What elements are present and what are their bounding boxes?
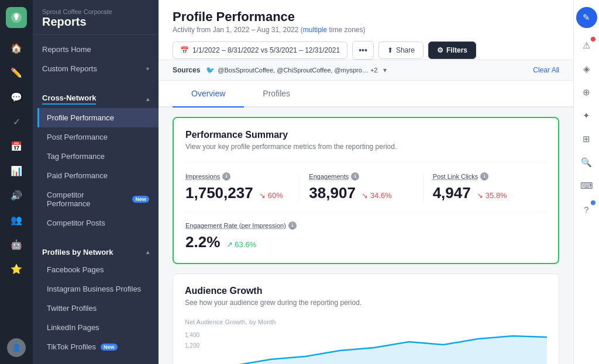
- chevron-down-icon: ▾: [146, 65, 149, 72]
- profiles-by-network-section: Profiles by Network ▴ Facebook Pages Ins…: [33, 237, 159, 361]
- clear-all-button[interactable]: Clear All: [533, 66, 559, 74]
- sidebar-item-tiktok-profiles[interactable]: TikTok Profiles New: [37, 337, 159, 356]
- audience-growth-title: Audience Growth: [185, 286, 547, 296]
- left-icon-rail: 🏠 ✏️ 💬 ✓ 📅 📊 🔊 👥 🤖 ⭐ 👤: [0, 0, 33, 364]
- tabs: Overview Profiles: [159, 81, 573, 108]
- engagement-rate-label: Engagement Rate (per Impression) i: [185, 221, 546, 230]
- sidebar-item-tag-performance[interactable]: Tag Performance: [37, 147, 159, 166]
- sidebar: Sprout Coffee Corporate Reports Reports …: [33, 0, 159, 364]
- sidebar-top-nav: Reports Home Custom Reports ▾: [33, 35, 159, 83]
- date-range-button[interactable]: 📅 1/1/2022 – 8/31/2022 vs 5/3/2021 – 12/…: [173, 41, 347, 59]
- sidebar-item-facebook-pages[interactable]: Facebook Pages: [37, 260, 159, 279]
- people-icon[interactable]: 👥: [6, 209, 27, 230]
- engagement-rate-info-icon[interactable]: i: [288, 221, 297, 230]
- link-icon[interactable]: ⊕: [576, 82, 597, 103]
- brand-company: Sprout Coffee Corporate: [42, 8, 149, 15]
- tiktok-new-badge: New: [101, 344, 118, 351]
- listening-icon[interactable]: 🔊: [6, 185, 27, 206]
- tab-profiles[interactable]: Profiles: [244, 81, 309, 108]
- publish-icon[interactable]: 📅: [6, 136, 27, 157]
- tasks-icon[interactable]: ✓: [6, 111, 27, 132]
- sidebar-item-paid-performance[interactable]: Paid Performance: [37, 166, 159, 185]
- ellipsis-icon: •••: [359, 46, 367, 55]
- impressions-info-icon[interactable]: i: [222, 172, 230, 181]
- performance-summary-subtitle: View your key profile performance metric…: [185, 143, 546, 151]
- grid-icon[interactable]: ⊞: [576, 129, 597, 150]
- filters-button[interactable]: ⚙ Filters: [428, 41, 476, 59]
- arrow-down-icon: [259, 191, 266, 200]
- sidebar-item-competitor-posts[interactable]: Competitor Posts: [37, 213, 159, 233]
- cross-network-items: Profile Performance Post Performance Tag…: [33, 108, 159, 233]
- toolbar: 📅 1/1/2022 – 8/31/2022 vs 5/3/2021 – 12/…: [173, 34, 559, 60]
- cross-network-section: Cross-Network ▴ Profile Performance Post…: [33, 83, 159, 237]
- search-icon[interactable]: 🔍: [576, 152, 597, 173]
- app-logo: [6, 7, 27, 28]
- network-items: Facebook Pages Instagram Business Profil…: [33, 260, 159, 356]
- metric-engagements: Engagements i 38,907 34.6%: [300, 172, 423, 202]
- performance-summary-title: Performance Summary: [185, 130, 546, 140]
- chart-container: 1,400 1,200: [185, 330, 547, 364]
- sidebar-item-twitter-profiles[interactable]: Twitter Profiles: [37, 299, 159, 318]
- engagements-value: 38,907 34.6%: [309, 184, 413, 202]
- share-button[interactable]: ⬆ Share: [378, 41, 424, 59]
- sidebar-item-post-performance[interactable]: Post Performance: [37, 127, 159, 147]
- post-link-clicks-value: 4,947 35.8%: [433, 184, 537, 202]
- compose-icon[interactable]: ✏️: [6, 62, 27, 83]
- content-area: Overview Profiles Performance Summary Vi…: [159, 81, 573, 364]
- profiles-by-network-header[interactable]: Profiles by Network ▴: [33, 242, 159, 260]
- analytics-icon[interactable]: 📊: [6, 160, 27, 181]
- chart-label: Net Audience Growth, by Month: [185, 318, 547, 325]
- sidebar-item-reports-home[interactable]: Reports Home: [33, 40, 159, 59]
- engagements-info-icon[interactable]: i: [351, 172, 359, 181]
- post-link-clicks-change: 35.8%: [477, 191, 507, 200]
- brand-header: Sprout Coffee Corporate Reports: [33, 0, 159, 35]
- page-subtitle: Activity from Jan 1, 2022 – Aug 31, 2022…: [173, 26, 559, 34]
- sidebar-item-instagram-business[interactable]: Instagram Business Profiles: [37, 279, 159, 299]
- sidebar-item-linkedin-pages[interactable]: LinkedIn Pages: [37, 318, 159, 337]
- help-icon[interactable]: ?: [576, 199, 597, 220]
- sources-chevron-icon[interactable]: ▾: [383, 66, 387, 74]
- chevron-up-icon: ▴: [146, 96, 149, 102]
- more-options-button[interactable]: •••: [352, 41, 374, 60]
- post-link-clicks-info-icon[interactable]: i: [480, 172, 488, 181]
- add-icon[interactable]: ✦: [576, 105, 597, 126]
- engagement-rate-change: 63.6%: [226, 240, 257, 249]
- audience-growth-subtitle: See how your audience grew during the re…: [185, 299, 547, 307]
- star-icon[interactable]: ⭐: [6, 258, 27, 279]
- twitter-icon: 🐦: [206, 66, 215, 74]
- sidebar-item-competitor-performance[interactable]: Competitor Performance New: [37, 185, 159, 213]
- main-content: Profile Performance Activity from Jan 1,…: [159, 0, 573, 364]
- chevron-up-icon-2: ▴: [146, 249, 149, 255]
- network-icon[interactable]: ◈: [576, 58, 597, 79]
- arrow-up-icon: [226, 240, 233, 249]
- cross-network-header[interactable]: Cross-Network ▴: [33, 88, 159, 108]
- help-dot: [591, 200, 595, 205]
- source-tag-text: @BosSproutCoffee, @ChiSproutCoffee, @mys…: [218, 67, 377, 74]
- page-title: Profile Performance: [173, 9, 559, 25]
- bot-icon[interactable]: 🤖: [6, 234, 27, 255]
- compose-cta-button[interactable]: ✎: [576, 7, 597, 28]
- keyboard-icon[interactable]: ⌨: [576, 175, 597, 196]
- engagements-change: 34.6%: [362, 191, 392, 200]
- chart-y-labels: 1,400 1,200: [185, 330, 199, 351]
- user-avatar[interactable]: 👤: [7, 338, 26, 357]
- post-link-clicks-label: Post Link Clicks i: [433, 172, 537, 181]
- home-icon[interactable]: 🏠: [6, 37, 27, 58]
- alert-icon[interactable]: ⚠: [576, 35, 597, 56]
- messages-icon[interactable]: 💬: [6, 86, 27, 108]
- sources-bar: Sources 🐦 @BosSproutCoffee, @ChiSproutCo…: [159, 60, 573, 81]
- chart-area: [202, 330, 547, 364]
- share-icon: ⬆: [387, 46, 393, 54]
- timezone-link[interactable]: multiple: [303, 26, 327, 34]
- alert-dot: [591, 37, 595, 41]
- sources-label: Sources: [173, 66, 200, 74]
- new-badge: New: [132, 196, 149, 203]
- tab-overview[interactable]: Overview: [173, 81, 244, 108]
- metric-impressions: Impressions i 1,750,237 60%: [185, 172, 300, 202]
- sidebar-item-custom-reports[interactable]: Custom Reports ▾: [33, 59, 159, 78]
- arrow-down-icon-2: [362, 191, 368, 200]
- metric-post-link-clicks: Post Link Clicks i 4,947 35.8%: [424, 172, 546, 202]
- calendar-icon: 📅: [180, 46, 189, 54]
- engagement-rate-row: Engagement Rate (per Impression) i 2.2% …: [185, 212, 546, 251]
- sidebar-item-profile-performance[interactable]: Profile Performance: [37, 108, 159, 127]
